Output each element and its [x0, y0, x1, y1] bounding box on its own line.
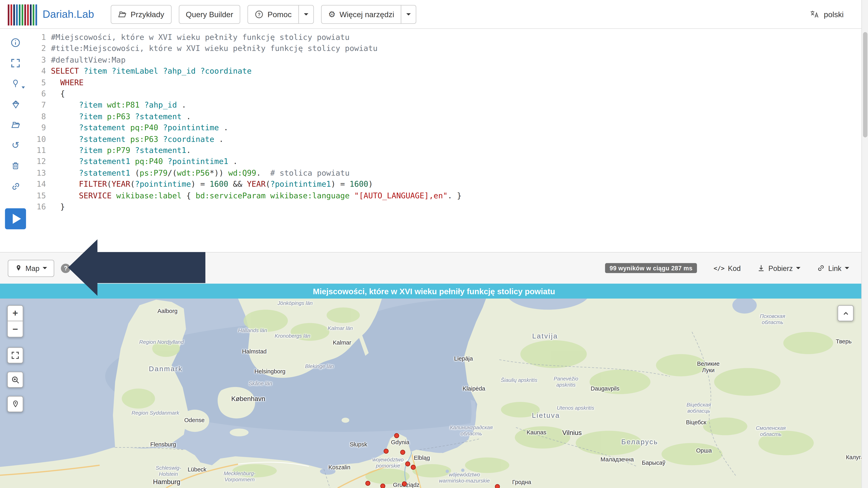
- caret-down-icon: [406, 13, 411, 15]
- code-line[interactable]: ?item p:P79 ?statement1.: [51, 145, 868, 156]
- zoom-box-button[interactable]: [7, 372, 23, 388]
- caret-down-icon: [304, 13, 308, 15]
- collapse-map-button[interactable]: [838, 305, 854, 321]
- editor-tool-rail: ↺: [0, 29, 31, 252]
- help-caret-button[interactable]: [298, 5, 314, 24]
- map-marker-icon: [15, 264, 22, 272]
- results-toolbar: Map ? 99 wyników w ciągu 287 ms </> Kod …: [0, 252, 868, 283]
- more-tools-caret-button[interactable]: [401, 5, 416, 24]
- caret-down-icon: [845, 267, 849, 269]
- code-line[interactable]: WHERE: [51, 77, 868, 88]
- zoom-in-button[interactable]: +: [7, 305, 23, 321]
- help-icon[interactable]: ?: [61, 264, 71, 273]
- line-number: 8: [31, 111, 46, 122]
- line-number: 6: [31, 88, 46, 99]
- result-marker[interactable]: [495, 484, 500, 488]
- logo-bar: [35, 4, 37, 25]
- expand-icon: [10, 58, 21, 68]
- line-number: 16: [31, 201, 46, 212]
- line-number: 14: [31, 179, 46, 190]
- result-marker[interactable]: [402, 482, 407, 486]
- caret-down-icon: [43, 267, 47, 269]
- format-button[interactable]: [8, 97, 23, 111]
- open-folder-button[interactable]: [8, 117, 23, 132]
- translate-icon: [810, 10, 819, 19]
- logo-bar: [19, 4, 20, 25]
- info-button[interactable]: [8, 35, 23, 50]
- share-link[interactable]: Link: [817, 264, 849, 272]
- help-button[interactable]: ? Pomoc: [248, 5, 299, 24]
- line-number: 1: [31, 32, 46, 43]
- code-line[interactable]: #defaultView:Map: [51, 54, 868, 65]
- line-number: 7: [31, 99, 46, 111]
- locate-control: [7, 396, 23, 412]
- line-number-gutter: 12345678910111213141516: [31, 32, 51, 252]
- result-marker[interactable]: [366, 481, 370, 485]
- download-link[interactable]: Pobierz: [757, 264, 801, 272]
- code-line[interactable]: SELECT ?item ?itemLabel ?ahp_id ?coordin…: [51, 65, 868, 77]
- code-line[interactable]: ?item wdt:P81 ?ahp_id .: [51, 99, 868, 111]
- code-line[interactable]: SERVICE wikibase:label { bd:serviceParam…: [51, 190, 868, 201]
- code-line[interactable]: ?statement pq:P40 ?pointintime .: [51, 122, 868, 133]
- logo-bar: [22, 4, 23, 25]
- brand-title: Dariah.Lab: [42, 8, 94, 20]
- result-marker[interactable]: [405, 462, 410, 466]
- code-line[interactable]: #title:Miejscowości, które w XVI wieku p…: [51, 43, 868, 54]
- zoom-box-control: [7, 372, 23, 388]
- page-scrollbar[interactable]: [861, 0, 868, 488]
- line-number: 9: [31, 122, 46, 133]
- code-line[interactable]: ?statement ps:P63 ?coordinate .: [51, 133, 868, 145]
- result-marker[interactable]: [411, 464, 416, 469]
- collapse-map-control: [838, 305, 854, 321]
- svg-text:?: ?: [258, 12, 261, 17]
- question-circle-icon: ?: [255, 10, 264, 19]
- code-line[interactable]: {: [51, 88, 868, 99]
- sparql-editor[interactable]: 12345678910111213141516 #Miejscowości, k…: [31, 29, 868, 252]
- map-fullscreen-button[interactable]: [7, 347, 23, 363]
- pin-icon: [11, 79, 20, 88]
- line-number: 3: [31, 54, 46, 65]
- result-marker[interactable]: [400, 450, 405, 455]
- code-link[interactable]: </> Kod: [714, 264, 741, 272]
- fullscreen-button[interactable]: [8, 56, 23, 70]
- map-fullscreen-control: [7, 347, 23, 363]
- gem-icon: [11, 99, 20, 109]
- code-area[interactable]: #Miejscowości, które w XVI wieku pełniły…: [51, 32, 868, 252]
- line-number: 11: [31, 145, 46, 156]
- undo-button[interactable]: ↺: [8, 138, 23, 152]
- toolbar-right-group: 99 wyników w ciągu 287 ms </> Kod Pobier…: [605, 263, 849, 273]
- share-link-button[interactable]: [8, 179, 23, 193]
- gear-icon: ⚙: [328, 10, 336, 18]
- code-line[interactable]: ?statement1 pq:P40 ?pointintime1 .: [51, 156, 868, 167]
- clear-button[interactable]: [8, 158, 23, 173]
- code-line[interactable]: #Miejscowości, które w XVI wieku pełniły…: [51, 32, 868, 43]
- result-marker[interactable]: [380, 484, 385, 488]
- pin-button[interactable]: [8, 77, 23, 91]
- run-query-button[interactable]: [5, 208, 26, 229]
- locate-button[interactable]: [7, 396, 23, 412]
- caret-down-icon: [796, 267, 801, 269]
- map-markers-layer: [0, 299, 868, 488]
- scrollbar-thumb[interactable]: [863, 32, 867, 138]
- result-marker[interactable]: [394, 433, 399, 438]
- view-selector-button[interactable]: Map: [8, 260, 55, 277]
- code-line[interactable]: ?item p:P63 ?statement .: [51, 111, 868, 122]
- more-tools-button[interactable]: ⚙ Więcej narzędzi: [321, 5, 401, 24]
- result-marker[interactable]: [384, 449, 389, 454]
- query-builder-button[interactable]: Query Builder: [179, 5, 240, 24]
- examples-button[interactable]: Przykłady: [111, 5, 172, 24]
- zoom-out-button[interactable]: −: [7, 321, 23, 337]
- zoom-control: + −: [7, 305, 23, 337]
- map-container[interactable]: Jönköpings länHallands länKronobergs län…: [0, 299, 868, 488]
- query-workspace: ↺ 12345678910111213141516 #Miejscowości,…: [0, 29, 868, 252]
- code-line[interactable]: FILTER(YEAR(?pointintime) = 1600 && YEAR…: [51, 179, 868, 190]
- help-button-group: ? Pomoc: [248, 5, 314, 24]
- line-number: 4: [31, 65, 46, 77]
- language-selector[interactable]: polski: [810, 10, 860, 19]
- code-line[interactable]: ?statement1 (ps:P79/(wdt:P56*)) wd:Q99. …: [51, 167, 868, 178]
- line-number: 12: [31, 156, 46, 167]
- logo-bar: [33, 4, 34, 25]
- code-line[interactable]: }: [51, 201, 868, 212]
- logo-bar: [10, 4, 12, 25]
- undo-icon: ↺: [12, 141, 20, 150]
